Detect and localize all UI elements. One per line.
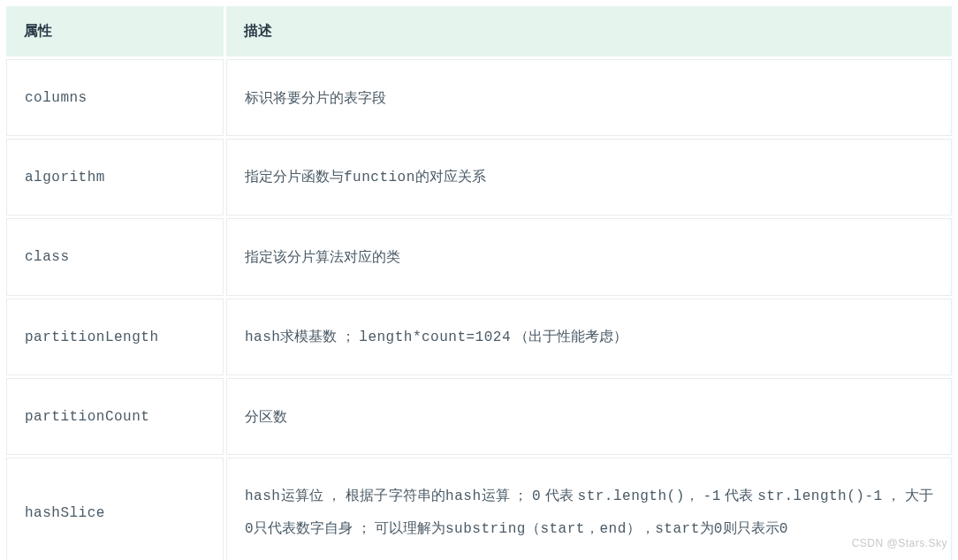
attribute-name: columns [25,90,87,106]
text-span: 指定分片函数与 [245,169,344,184]
text-span: 代表 [721,488,757,503]
text-span: 只代表数字自身 ； 可以理解为 [254,520,445,535]
attribute-name: partitionCount [25,409,149,425]
description-cell: 指定该分片算法对应的类 [226,218,952,295]
text-span: ， 大于 [883,488,933,503]
text-span: 运算 ； [482,488,533,503]
code-span: 0 [714,521,723,537]
attribute-name: class [25,249,70,265]
text-span: 的对应关系 [415,169,486,184]
description-text: hash求模基数 ； length*count=1024 （出于性能考虑） [245,321,933,353]
description-text: 指定该分片算法对应的类 [245,241,933,272]
table-row: algorithm指定分片函数与function的对应关系 [6,139,952,216]
attribute-cell: algorithm [6,139,224,216]
text-span: 代表 [541,488,577,503]
attribute-cell: columns [6,59,224,136]
code-span: 0 [245,521,254,537]
description-text: 指定分片函数与function的对应关系 [245,161,933,193]
code-span: hash [245,488,280,504]
description-cell: hash运算位 ， 根据子字符串的hash运算 ； 0 代表 str.lengt… [226,458,952,560]
attribute-cell: partitionLength [6,299,224,375]
properties-table: 属性 描述 columns标识将要分片的表字段algorithm指定分片函数与f… [4,4,954,560]
description-text: 标识将要分片的表字段 [245,82,933,113]
code-span: str.length() [578,488,685,504]
attribute-cell: class [6,218,224,295]
code-span: function [344,170,415,185]
text-span: 指定该分片算法对应的类 [245,249,400,264]
code-span: hash [445,488,481,504]
text-span: ， [685,488,703,503]
watermark-text: CSDN @Stars.Sky [852,537,947,549]
header-description: 描述 [226,6,952,57]
table-row: hashSlicehash运算位 ， 根据子字符串的hash运算 ； 0 代表 … [6,458,952,560]
code-span: str.length()-1 [757,488,882,504]
attribute-name: algorithm [25,170,105,185]
code-span: 0 [532,488,541,504]
table-row: partitionCount分区数 [6,378,952,455]
text-span: 运算位 ， 根据子字符串的 [280,488,445,503]
code-span: -1 [703,488,721,504]
attribute-cell: partitionCount [6,378,224,455]
description-cell: 分区数 [226,378,952,455]
description-cell: 指定分片函数与function的对应关系 [226,139,952,216]
attribute-name: hashSlice [25,505,105,521]
header-attribute: 属性 [6,6,224,57]
code-span: start [655,521,700,537]
table-row: partitionLengthhash求模基数 ； length*count=1… [6,299,952,375]
table-header-row: 属性 描述 [6,6,952,57]
description-cell: 标识将要分片的表字段 [226,59,952,136]
attribute-cell: hashSlice [6,458,224,560]
code-span: length*count=1024 [359,329,511,345]
text-span: 求模基数 ； [280,329,359,344]
code-span: substring（start，end） [445,521,641,537]
description-cell: hash求模基数 ； length*count=1024 （出于性能考虑） [226,299,952,375]
text-span: 分区数 [245,409,287,424]
table-row: columns标识将要分片的表字段 [6,59,952,136]
description-text: hash运算位 ， 根据子字符串的hash运算 ； 0 代表 str.lengt… [245,480,933,545]
attribute-name: partitionLength [25,329,159,345]
description-text: 分区数 [245,401,933,432]
text-span: 为 [700,520,714,535]
code-span: 0 [779,521,788,537]
text-span: 则只表示 [723,520,779,535]
text-span: ， [641,520,655,535]
text-span: 标识将要分片的表字段 [245,90,386,105]
code-span: hash [245,329,280,345]
properties-table-container: 属性 描述 columns标识将要分片的表字段algorithm指定分片函数与f… [4,4,954,560]
text-span: （出于性能考虑） [511,329,627,344]
table-row: class指定该分片算法对应的类 [6,218,952,295]
